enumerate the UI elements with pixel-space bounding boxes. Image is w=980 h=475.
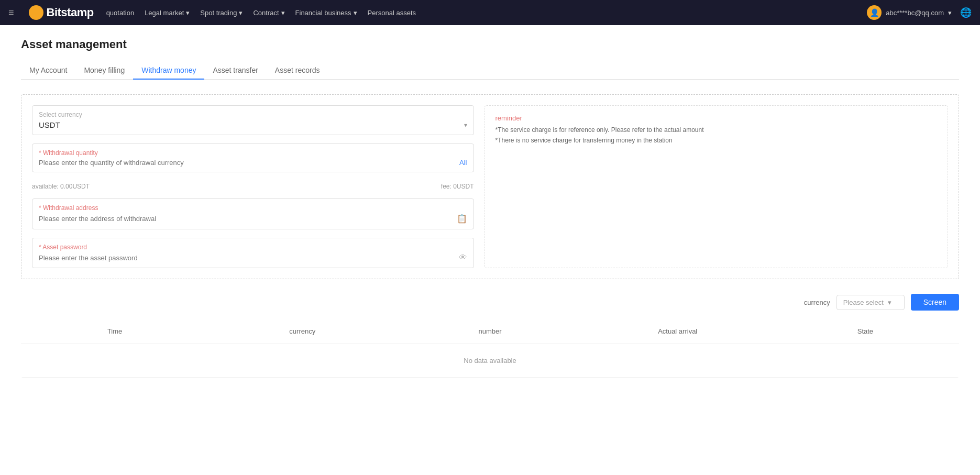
user-menu[interactable]: 👤 abc****bc@qq.com ▾ [867,5,952,20]
tab-money-filling[interactable]: Money filling [75,62,133,80]
asset-password-input[interactable] [39,254,459,262]
asset-password-inner: 👁 [39,253,467,262]
tabs: My Account Money filling Withdraw money … [21,62,959,80]
withdrawal-quantity-input[interactable] [39,159,459,167]
withdrawal-all-button[interactable]: All [459,159,467,167]
tab-asset-transfer[interactable]: Asset transfer [204,62,266,80]
currency-select-label: Select currency [39,111,467,118]
navbar: ≡ Bitstamp quotation Legal market ▾ Spot… [0,0,980,25]
filter-bar: currency Please select ▾ Screen [21,294,959,311]
tab-asset-records[interactable]: Asset records [267,62,328,80]
user-email: abc****bc@qq.com [886,9,944,17]
no-data-message: No data available [21,344,959,378]
fee-label: fee: 0USDT [441,183,474,190]
screen-button[interactable]: Screen [911,294,959,311]
reminder-item-2: *There is no service charge for transfer… [495,137,938,144]
nav-legal-market[interactable]: Legal market ▾ [145,9,190,17]
currency-select[interactable]: Select currency USDT ▾ [32,105,474,135]
asset-password-group: * Asset password 👁 [32,238,474,268]
chevron-down-icon: ▾ [464,121,467,129]
reminder-item-1: *The service charge is for reference onl… [495,126,938,134]
withdrawal-address-label: * Withdrawal address [39,204,467,212]
field-info: available: 0.00USDT fee: 0USDT [32,183,474,190]
table-header: Time currency number Actual arrival Stat… [21,319,959,344]
col-number: number [396,324,583,338]
withdrawal-address-inner: 📋 [39,214,467,224]
col-time: Time [21,324,208,338]
currency-value: USDT [39,120,60,129]
table: Time currency number Actual arrival Stat… [21,319,959,378]
available-label: available: 0.00USDT [32,183,90,190]
col-actual-arrival: Actual arrival [584,324,772,338]
logo-text: Bitstamp [47,6,94,19]
withdrawal-address-group: * Withdrawal address 📋 [32,198,474,229]
currency-select-value-row: USDT ▾ [39,120,467,129]
nav-links: quotation Legal market ▾ Spot trading ▾ … [106,9,855,17]
main-content: Asset management My Account Money fillin… [0,25,980,475]
nav-contract[interactable]: Contract ▾ [253,9,284,17]
currency-filter-select[interactable]: Please select ▾ [836,295,905,310]
asset-password-label: * Asset password [39,244,467,251]
form-section: Select currency USDT ▾ * Withdrawal quan… [21,94,959,279]
nav-quotation[interactable]: quotation [106,9,135,17]
withdrawal-quantity-label: * Withdrawal quantity [39,149,467,157]
filter-chevron-icon: ▾ [888,299,891,306]
page-title: Asset management [21,38,959,51]
globe-icon[interactable]: 🌐 [960,7,972,18]
tab-my-account[interactable]: My Account [21,62,75,80]
reminder-box: reminder *The service charge is for refe… [485,105,949,268]
withdrawal-quantity-inner: All [39,159,467,167]
logo-icon [29,5,43,20]
nav-financial-business[interactable]: Financial business ▾ [295,9,357,17]
nav-personal-assets[interactable]: Personal assets [368,9,416,17]
withdrawal-quantity-group: * Withdrawal quantity All [32,143,474,172]
hamburger-icon[interactable]: ≡ [8,7,14,18]
tab-withdraw-money[interactable]: Withdraw money [133,62,204,80]
filter-currency-label: currency [804,299,830,306]
col-state: State [772,324,959,338]
logo: Bitstamp [29,5,94,20]
nav-spot-trading[interactable]: Spot trading ▾ [200,9,243,17]
col-currency: currency [208,324,396,338]
user-avatar-icon: 👤 [867,5,882,20]
clipboard-icon[interactable]: 📋 [457,214,467,224]
form-left: Select currency USDT ▾ * Withdrawal quan… [32,105,474,268]
withdrawal-address-input[interactable] [39,215,457,223]
reminder-title: reminder [495,114,938,122]
user-dropdown-icon: ▾ [948,9,952,17]
eye-icon[interactable]: 👁 [459,253,467,262]
nav-right: 👤 abc****bc@qq.com ▾ 🌐 [867,5,972,20]
filter-please-select: Please select [843,299,884,306]
